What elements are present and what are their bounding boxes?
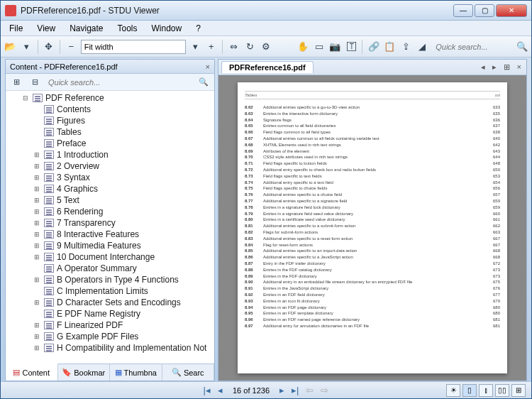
expand-icon[interactable]: ⊞: [33, 276, 41, 283]
tab-search[interactable]: 🔍Searc: [162, 364, 215, 381]
expand-icon[interactable]: ⊞: [33, 219, 41, 226]
tree-node[interactable]: ⊞6 Rendering: [6, 206, 214, 217]
tab-bookmark[interactable]: 🔖Bookmar: [58, 364, 111, 381]
settings-icon[interactable]: ⚙: [260, 39, 273, 55]
close-button[interactable]: ✕: [496, 4, 527, 17]
expand-icon[interactable]: ⊞: [33, 344, 41, 351]
tree-node[interactable]: ⊞1 Introduction: [6, 149, 214, 160]
tab-next-icon[interactable]: ▸: [490, 62, 499, 72]
expand-icon[interactable]: ⊞: [33, 208, 41, 215]
sidebar-search-icon[interactable]: 🔍: [196, 75, 211, 90]
highlight-icon[interactable]: ◢: [416, 39, 429, 55]
tab-thumbnails[interactable]: ▦Thumbna: [110, 364, 162, 381]
tree-node[interactable]: ⊞2 Overview: [6, 160, 214, 172]
menu-view[interactable]: View: [31, 22, 61, 35]
tree-node[interactable]: Contents: [6, 104, 214, 115]
expand-icon[interactable]: ⊞: [33, 299, 41, 306]
menu-help[interactable]: ?: [190, 22, 206, 35]
facing-icon[interactable]: ▯▯: [495, 384, 509, 397]
open-dropdown-icon[interactable]: ▾: [20, 39, 33, 55]
expand-icon[interactable]: ⊞: [33, 151, 41, 158]
menu-file[interactable]: File: [4, 22, 28, 35]
rotate-icon[interactable]: ↻: [243, 39, 257, 55]
tree-node[interactable]: ⊞5 Text: [6, 195, 214, 206]
tree-node[interactable]: ⊞4 Graphics: [6, 183, 214, 195]
pan-icon[interactable]: ✥: [42, 39, 55, 55]
open-icon[interactable]: 📂: [4, 39, 17, 55]
expand-icon[interactable]: ⊞: [33, 253, 41, 261]
tab-content[interactable]: ▤Content: [6, 364, 58, 381]
zoom-in-icon[interactable]: +: [204, 39, 218, 55]
single-page-icon[interactable]: ▯: [462, 384, 477, 397]
text-select-icon[interactable]: 🅃: [345, 39, 358, 55]
continuous-icon[interactable]: ⫿: [479, 384, 493, 397]
tree-node[interactable]: E PDF Name Registry: [6, 308, 214, 319]
tree-node[interactable]: ⊞7 Transparency: [6, 217, 214, 229]
sidebar-close-icon[interactable]: ×: [206, 62, 210, 71]
expand-icon[interactable]: ⊞: [33, 333, 41, 340]
tree-node[interactable]: ⊞G Example PDF Files: [6, 331, 214, 342]
search-go-icon[interactable]: 🔍: [515, 39, 528, 55]
tree-node[interactable]: Tables: [6, 126, 214, 138]
collapse-all-icon[interactable]: ⊟: [27, 75, 43, 90]
link-icon[interactable]: 🔗: [367, 39, 380, 55]
toc-entry: 8.74Additional entry specific to a text …: [245, 180, 500, 186]
move-icon[interactable]: ⇔: [227, 39, 240, 55]
tree-root[interactable]: ⊟ PDF Reference: [6, 92, 214, 104]
tree-node[interactable]: Figures: [6, 115, 214, 126]
prev-page-icon[interactable]: ◂: [216, 385, 224, 395]
tree-node[interactable]: ⊞10 Document Interchange: [6, 251, 214, 263]
tree-node[interactable]: ⊞9 Multimedia Features: [6, 240, 214, 251]
expand-icon[interactable]: ⊞: [33, 322, 41, 329]
next-page-icon[interactable]: ▸: [278, 385, 286, 395]
zoom-dropdown-icon[interactable]: ▾: [189, 39, 202, 55]
expand-icon[interactable]: ⊞: [33, 185, 41, 192]
zoom-select[interactable]: [81, 40, 186, 54]
page-icon: [44, 241, 54, 250]
expand-icon[interactable]: ⊞: [33, 242, 41, 249]
sidebar-search-input[interactable]: [45, 77, 193, 88]
page-area[interactable]: Tables xxi 8.62Additional entries specif…: [218, 75, 526, 381]
toc-entry: 8.83Additional entries specific to a res…: [245, 236, 500, 242]
tree-node[interactable]: ⊞B Operators in Type 4 Functions: [6, 274, 214, 285]
tree-node[interactable]: ⊞F Linearized PDF: [6, 319, 214, 331]
nav-back-icon[interactable]: ⇦: [304, 385, 315, 395]
maximize-button[interactable]: ▢: [475, 4, 494, 17]
toc-entry: 8.88Entries in the FDF catalog dictionar…: [245, 268, 500, 273]
content-tree[interactable]: ⊟ PDF Reference ContentsFiguresTablesPre…: [6, 91, 214, 364]
tab-close-icon[interactable]: ×: [515, 62, 523, 72]
select-icon[interactable]: ▭: [312, 39, 326, 55]
tree-node[interactable]: ⊞3 Syntax: [6, 172, 214, 183]
hand-icon[interactable]: ✋: [296, 39, 309, 55]
expand-icon[interactable]: ⊞: [33, 231, 41, 238]
zoom-out-icon[interactable]: −: [65, 39, 78, 55]
expand-icon[interactable]: ⊞: [33, 197, 41, 204]
export-icon[interactable]: ⇪: [399, 39, 413, 55]
collapse-icon[interactable]: ⊟: [21, 94, 30, 102]
document-tab[interactable]: PDFReference16.pdf: [221, 61, 314, 73]
copy-icon[interactable]: 📋: [383, 39, 397, 55]
tree-node[interactable]: ⊞8 Interactive Features: [6, 229, 214, 240]
tree-node[interactable]: Preface: [6, 138, 214, 149]
first-page-icon[interactable]: |◂: [202, 385, 212, 395]
expand-all-icon[interactable]: ⊞: [9, 75, 24, 90]
menu-navigate[interactable]: Navigate: [64, 22, 109, 35]
brightness-icon[interactable]: ☀: [446, 384, 460, 397]
tree-node-label: A Operator Summary: [57, 263, 137, 273]
tab-prev-icon[interactable]: ◂: [479, 62, 487, 72]
expand-icon[interactable]: ⊞: [33, 163, 41, 170]
nav-forward-icon[interactable]: ⇨: [319, 385, 330, 395]
snapshot-icon[interactable]: 📷: [328, 39, 342, 55]
tree-node[interactable]: C Implementation Limits: [6, 285, 214, 297]
menu-tools[interactable]: Tools: [112, 22, 143, 35]
facing-continuous-icon[interactable]: ⊞: [511, 384, 526, 397]
tree-node[interactable]: ⊞H Compatibility and Implementation Not: [6, 342, 214, 354]
last-page-icon[interactable]: ▸|: [290, 385, 300, 395]
expand-icon[interactable]: ⊞: [33, 174, 41, 181]
minimize-button[interactable]: —: [453, 4, 473, 17]
menu-window[interactable]: Window: [146, 22, 188, 35]
tab-grid-icon[interactable]: ⊞: [501, 62, 512, 72]
quick-search-input[interactable]: [434, 41, 512, 53]
tree-node[interactable]: ⊞D Character Sets and Encodings: [6, 297, 214, 308]
tree-node[interactable]: A Operator Summary: [6, 263, 214, 274]
